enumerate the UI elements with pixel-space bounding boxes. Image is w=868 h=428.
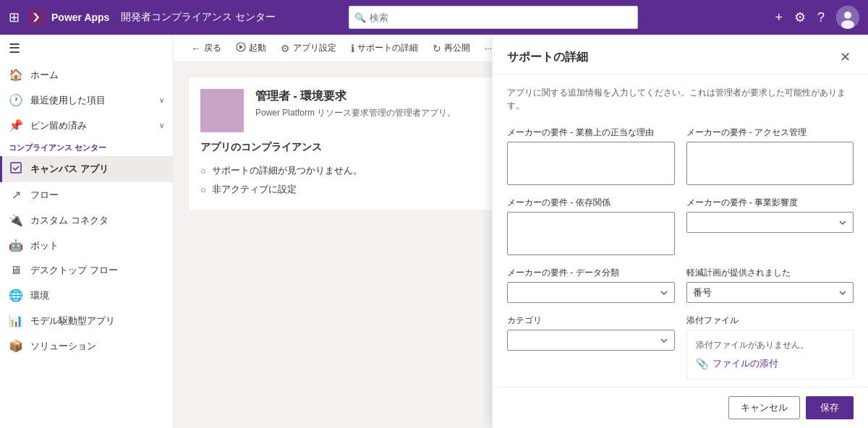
app-settings-label: アプリ設定 — [293, 42, 336, 54]
launch-button[interactable]: 起動 — [230, 39, 272, 57]
app-title: 管理者 - 環境要求 — [255, 89, 456, 104]
search-input[interactable] — [349, 6, 638, 29]
flow-icon: ↗ — [9, 188, 23, 202]
app-info: 管理者 - 環境要求 Power Platform リソース要求管理の管理者アプ… — [255, 89, 456, 119]
app-subtitle: Power Platform リソース要求管理の管理者アプリ。 — [255, 107, 456, 119]
form-row-2: メーカーの要件 - 依存関係 メーカーの要件 - 事業影響度 — [507, 197, 854, 255]
support-details-panel: サポートの詳細 ✕ アプリに関する追加情報を入力してください。これは管理者が要求… — [492, 35, 868, 428]
panel-close-button[interactable]: ✕ — [837, 46, 854, 68]
input-dependency[interactable] — [507, 212, 675, 255]
sidebar-item-flow[interactable]: ↗ フロー — [0, 182, 173, 207]
pin-icon: 📌 — [9, 119, 23, 132]
field-attachment: 添付ファイル 添付ファイルがありません。 📎 ファイルの添付 — [686, 314, 854, 380]
sidebar-item-pinned-label: ピン留め済み — [30, 119, 87, 132]
sidebar-item-pinned[interactable]: 📌 ピン留め済み ∨ — [0, 113, 173, 138]
sidebar-item-home-label: ホーム — [30, 69, 59, 82]
power-apps-logo-icon — [28, 9, 46, 26]
sidebar-item-canvas-apps[interactable]: キャンバス アプリ — [0, 156, 173, 182]
app-name-label: Power Apps — [51, 12, 109, 23]
sidebar-item-model-app[interactable]: 📊 モデル駆動型アプリ — [0, 308, 173, 333]
compliance-item-1: ○ 非アクティブに設定 ☑ — [200, 180, 503, 199]
label-business-impact: メーカーの要件 - 事業影響度 — [686, 197, 854, 209]
sidebar-item-desktop-flow[interactable]: 🖥 デスクトップ フロー — [0, 258, 173, 283]
circle-icon-2: ○ — [200, 184, 206, 195]
launch-label: 起動 — [249, 42, 266, 54]
sidebar-item-bot-label: ボット — [30, 239, 59, 252]
sidebar-item-bot[interactable]: 🤖 ボット — [0, 233, 173, 258]
canvas-apps-icon — [9, 162, 23, 176]
app-card: 管理者 - 環境要求 Power Platform リソース要求管理の管理者アプ… — [188, 77, 515, 211]
field-business-impact: メーカーの要件 - 事業影響度 — [686, 197, 854, 255]
field-mitigation-plan: 軽減計画が提供されました 番号 はい — [686, 267, 854, 303]
sidebar-item-custom-connector[interactable]: 🔌 カスタム コネクタ — [0, 207, 173, 233]
select-data-classification[interactable] — [507, 282, 675, 303]
avatar[interactable] — [836, 6, 859, 29]
back-button[interactable]: ← 戻る — [185, 39, 227, 57]
sidebar-hamburger[interactable]: ☰ — [0, 35, 173, 62]
app-settings-icon: ⚙ — [281, 43, 290, 54]
sidebar-item-solutions[interactable]: 📦 ソリューション — [0, 333, 173, 359]
field-data-classification: メーカーの要件 - データ分類 — [507, 267, 675, 303]
circle-icon: ○ — [200, 166, 206, 176]
search-container: 🔍 — [349, 6, 638, 29]
help-icon[interactable]: ? — [817, 10, 825, 25]
select-business-impact[interactable] — [686, 212, 854, 233]
home-icon: 🏠 — [9, 68, 23, 82]
label-category: カテゴリ — [507, 314, 675, 327]
panel-body: アプリに関する追加情報を入力してください。これは管理者が要求した可能性があります… — [493, 74, 868, 387]
recent-icon: 🕐 — [9, 93, 23, 107]
sidebar-item-connector-label: カスタム コネクタ — [30, 214, 109, 227]
select-category[interactable] — [507, 330, 675, 351]
grid-icon[interactable]: ⊞ — [9, 9, 20, 25]
back-label: 戻る — [204, 42, 221, 54]
support-icon: ℹ — [351, 43, 354, 54]
form-row-3: メーカーの要件 - データ分類 軽減計画が提供されました 番号 はい — [507, 267, 854, 303]
label-data-classification: メーカーの要件 - データ分類 — [507, 267, 675, 279]
app-header: 管理者 - 環境要求 Power Platform リソース要求管理の管理者アプ… — [200, 89, 503, 132]
nav-actions: + ⚙ ? — [775, 6, 859, 29]
sidebar-item-env-label: 環境 — [30, 289, 49, 302]
solutions-icon: 📦 — [9, 339, 23, 353]
model-app-icon: 📊 — [9, 314, 23, 328]
app-logo: Power Apps — [28, 9, 109, 26]
field-dependency: メーカーの要件 - 依存関係 — [507, 197, 675, 255]
label-mitigation-plan: 軽減計画が提供されました — [686, 267, 854, 279]
label-attachment: 添付ファイル — [686, 314, 854, 327]
label-access-management: メーカーの要件 - アクセス管理 — [686, 127, 854, 139]
chevron-down-icon-2: ∨ — [159, 121, 164, 129]
sidebar-item-recent-label: 最近使用した項目 — [30, 94, 106, 107]
paperclip-icon: 📎 — [696, 358, 708, 369]
sidebar-item-desktop-label: デスクトップ フロー — [30, 264, 118, 277]
panel-footer: キャンセル 保存 — [493, 387, 868, 428]
compliance-title: アプリのコンプライアンス — [200, 141, 503, 154]
attachment-empty-text: 添付ファイルがありません。 — [696, 339, 845, 351]
sidebar-item-environment[interactable]: 🌐 環境 — [0, 283, 173, 308]
sidebar-item-home[interactable]: 🏠 ホーム — [0, 62, 173, 87]
svg-rect-4 — [11, 163, 21, 173]
form-row-1: メーカーの要件 - 業務上の正当な理由 メーカーの要件 - アクセス管理 — [507, 127, 854, 185]
save-button[interactable]: 保存 — [806, 396, 854, 419]
settings-icon[interactable]: ⚙ — [794, 9, 806, 25]
app-settings-button[interactable]: ⚙ アプリ設定 — [275, 39, 342, 57]
republish-icon: ↻ — [433, 43, 441, 54]
add-icon[interactable]: + — [775, 10, 783, 25]
compliance-item-0: ○ サポートの詳細が見つかりません。 ☑ — [200, 161, 503, 180]
bot-icon: 🤖 — [9, 239, 23, 252]
input-access-management[interactable] — [686, 142, 854, 185]
sidebar-item-canvas-label: キャンバス アプリ — [30, 163, 109, 176]
republish-button[interactable]: ↻ 再公開 — [427, 39, 476, 57]
main-layout: ☰ 🏠 ホーム 🕐 最近使用した項目 ∨ 📌 ピン留め済み ∨ コンプライアンス… — [0, 35, 868, 428]
attach-file-button[interactable]: 📎 ファイルの添付 — [696, 357, 845, 370]
launch-icon — [236, 42, 246, 54]
sidebar: ☰ 🏠 ホーム 🕐 最近使用した項目 ∨ 📌 ピン留め済み ∨ コンプライアンス… — [0, 35, 174, 428]
field-business-reason: メーカーの要件 - 業務上の正当な理由 — [507, 127, 675, 185]
support-details-button[interactable]: ℹ サポートの詳細 — [345, 39, 424, 57]
compliance-item-0-label: サポートの詳細が見つかりません。 — [212, 164, 362, 177]
select-mitigation-plan[interactable]: 番号 はい — [686, 282, 854, 303]
sidebar-item-recent[interactable]: 🕐 最近使用した項目 ∨ — [0, 87, 173, 113]
sidebar-item-flow-label: フロー — [30, 189, 59, 202]
input-business-reason[interactable] — [507, 142, 675, 185]
avatar-image — [836, 6, 859, 29]
cancel-button[interactable]: キャンセル — [728, 396, 800, 419]
connector-icon: 🔌 — [9, 213, 23, 227]
